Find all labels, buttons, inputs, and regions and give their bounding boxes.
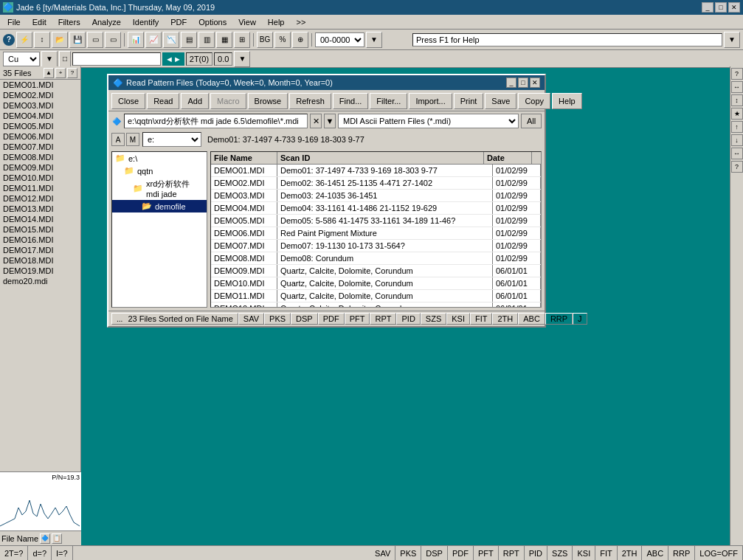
- rt-btn-7[interactable]: ↔: [731, 148, 743, 159]
- left-file-item[interactable]: DEMO13.MDI: [0, 204, 80, 214]
- left-file-item[interactable]: DEMO08.MDI: [0, 152, 80, 162]
- bs-pks[interactable]: PKS: [395, 546, 421, 560]
- menu-file[interactable]: File: [1, 15, 27, 29]
- menu-identify[interactable]: Identify: [127, 15, 165, 29]
- bs-logoff[interactable]: LOG=OFF: [695, 546, 743, 560]
- folder-tree-item[interactable]: 📁e:\: [112, 152, 207, 165]
- bs-pdf[interactable]: PDF: [448, 546, 474, 560]
- col-header-date[interactable]: Date: [484, 152, 532, 164]
- left-file-item[interactable]: DEMO15.MDI: [0, 224, 80, 235]
- left-file-item[interactable]: DEMO12.MDI: [0, 193, 80, 204]
- left-file-item[interactable]: DEMO05.MDI: [0, 121, 80, 131]
- bs-rpt[interactable]: RPT: [499, 546, 525, 560]
- tb-btn-7[interactable]: 📊: [128, 32, 144, 48]
- left-file-item[interactable]: DEMO10.MDI: [0, 173, 80, 183]
- bs-szs[interactable]: SZS: [547, 546, 573, 560]
- dialog-maximize[interactable]: □: [518, 77, 528, 88]
- file-table-row[interactable]: DEMO06.MDI Red Paint Pigment Mixture 01/…: [211, 227, 541, 240]
- tab-pft[interactable]: PFT: [345, 313, 370, 325]
- file-table-row[interactable]: DEMO01.MDI Demo01: 37-1497 4-733 9-169 1…: [211, 165, 541, 177]
- path-dropdown-button[interactable]: ▼: [324, 114, 336, 128]
- tb-btn-1[interactable]: ⚡: [16, 32, 32, 48]
- left-file-item[interactable]: DEMO04.MDI: [0, 111, 80, 121]
- rt-btn-5[interactable]: ↑: [731, 121, 743, 133]
- bs-ksi[interactable]: KSI: [573, 546, 595, 560]
- tab-2th[interactable]: 2TH: [492, 313, 518, 325]
- left-file-item[interactable]: DEMO11.MDI: [0, 183, 80, 193]
- tb-btn-2[interactable]: ↕: [34, 32, 50, 48]
- menu-help[interactable]: Help: [262, 15, 291, 29]
- macro-button[interactable]: Macro: [210, 93, 246, 109]
- file-table-row[interactable]: DEMO11.MDI Quartz, Calcite, Dolomite, Co…: [211, 290, 541, 303]
- file-table-row[interactable]: DEMO12.MDI Quartz, Calcite, Dolomite, Co…: [211, 303, 541, 308]
- bs-pid[interactable]: PID: [525, 546, 547, 560]
- left-file-item[interactable]: DEMO19.MDI: [0, 266, 80, 276]
- tb2-btn1[interactable]: ▼: [41, 51, 58, 67]
- rt-btn-6[interactable]: ↓: [731, 134, 743, 146]
- left-file-item[interactable]: DEMO17.MDI: [0, 245, 80, 255]
- tb2-btn2[interactable]: □: [59, 51, 71, 67]
- tb-btn-9[interactable]: 📉: [163, 32, 179, 48]
- tab-fit[interactable]: FIT: [470, 313, 493, 325]
- bs-rrp[interactable]: RRP: [668, 546, 695, 560]
- refresh-button[interactable]: Refresh: [289, 93, 331, 109]
- panel-btn-2[interactable]: +: [55, 68, 66, 78]
- file-table-row[interactable]: DEMO04.MDI Demo04: 33-1161 41-1486 21-11…: [211, 202, 541, 215]
- help-button[interactable]: Help: [552, 93, 582, 109]
- dir-dropdown[interactable]: e:: [142, 132, 201, 147]
- tb-btn-4[interactable]: 💾: [69, 32, 86, 48]
- minimize-button[interactable]: _: [702, 2, 713, 13]
- filter-button[interactable]: Filter...: [370, 93, 407, 109]
- element-dropdown[interactable]: Cu: [3, 52, 40, 66]
- bs-pft[interactable]: PFT: [474, 546, 499, 560]
- col-header-name[interactable]: File Name: [211, 152, 277, 164]
- bottom-btn-1[interactable]: 🔷: [40, 533, 50, 544]
- close-button[interactable]: ✕: [728, 2, 740, 13]
- tab-rpt[interactable]: RPT: [370, 313, 396, 325]
- help-circle-icon[interactable]: ?: [3, 34, 15, 46]
- browse-button[interactable]: Browse: [248, 93, 288, 109]
- left-file-item[interactable]: DEMO01.MDI: [0, 80, 80, 90]
- copy-button[interactable]: Copy: [518, 93, 550, 109]
- left-file-item[interactable]: DEMO07.MDI: [0, 142, 80, 152]
- file-table-row[interactable]: DEMO02.MDI Demo02: 36-1451 25-1135 4-471…: [211, 177, 541, 190]
- left-file-item[interactable]: DEMO03.MDI: [0, 100, 80, 111]
- tab-rrp[interactable]: RRP: [545, 313, 573, 325]
- menu-filters[interactable]: Filters: [52, 15, 86, 29]
- find-button[interactable]: Find...: [333, 93, 369, 109]
- menu-options[interactable]: Options: [193, 15, 232, 29]
- folder-tree-item[interactable]: 📂demofile: [112, 200, 207, 212]
- code-dropdown[interactable]: 00-0000: [315, 32, 364, 47]
- folder-tree-item[interactable]: 📁xrd分析软件 mdi jade: [112, 177, 207, 200]
- panel-btn-1[interactable]: ▲: [44, 68, 54, 78]
- tb-btn-arrow[interactable]: ▼: [366, 32, 382, 48]
- left-file-item[interactable]: DEMO16.MDI: [0, 235, 80, 245]
- close-button[interactable]: Close: [111, 93, 145, 109]
- file-table-row[interactable]: DEMO03.MDI Demo03: 24-1035 36-1451 01/02…: [211, 190, 541, 202]
- tab-sav[interactable]: SAV: [238, 313, 264, 325]
- loc-up-icon[interactable]: A: [111, 133, 125, 146]
- tab-ksi[interactable]: KSI: [446, 313, 470, 325]
- tb-btn-8[interactable]: 📈: [145, 32, 162, 48]
- path-clear-button[interactable]: ✕: [310, 114, 322, 128]
- save-button[interactable]: Save: [485, 93, 516, 109]
- tb2-scroll[interactable]: ▼: [234, 51, 250, 67]
- tb-btn-15[interactable]: %: [274, 32, 291, 48]
- left-file-item[interactable]: DEMO02.MDI: [0, 90, 80, 100]
- tb-btn-11[interactable]: ▥: [198, 32, 215, 48]
- file-table-row[interactable]: DEMO10.MDI Quartz, Calcite, Dolomite, Co…: [211, 277, 541, 290]
- tb-scroll-down[interactable]: ▼: [724, 32, 740, 48]
- file-table-row[interactable]: DEMO05.MDI Demo05: 5-586 41-1475 33-1161…: [211, 215, 541, 227]
- rt-btn-1[interactable]: ?: [731, 68, 743, 80]
- tab-szs[interactable]: SZS: [421, 313, 446, 325]
- tb-btn-13[interactable]: ⊞: [234, 32, 250, 48]
- import-button[interactable]: Import...: [409, 93, 452, 109]
- dialog-minimize[interactable]: _: [506, 77, 516, 88]
- tb-btn-6[interactable]: ▭: [105, 32, 121, 48]
- tb-btn-5[interactable]: ▭: [87, 32, 103, 48]
- rt-btn-8[interactable]: ?: [731, 161, 743, 173]
- tab-pid[interactable]: PID: [396, 313, 420, 325]
- left-file-item[interactable]: demo20.mdi: [0, 276, 80, 286]
- read-button[interactable]: Read: [147, 93, 179, 109]
- tab-abc[interactable]: ABC: [518, 313, 545, 325]
